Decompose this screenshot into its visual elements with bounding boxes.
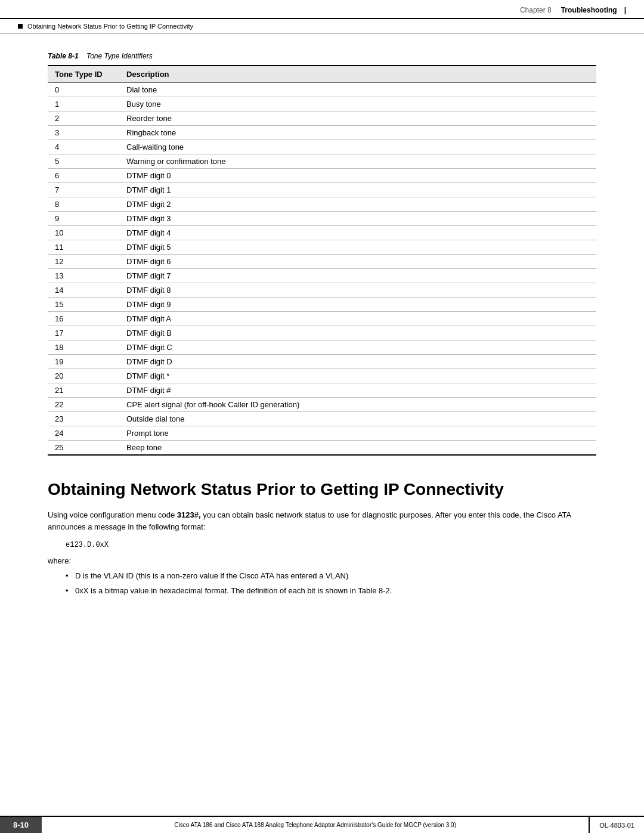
section-heading: Obtaining Network Status Prior to Gettin… [48, 479, 596, 500]
cell-tone-id: 2 [48, 112, 119, 126]
cell-description: DTMF digit 3 [119, 212, 596, 226]
table-row: 11DTMF digit 5 [48, 240, 596, 255]
cell-description: DTMF digit 7 [119, 269, 596, 283]
table-row: 8DTMF digit 2 [48, 197, 596, 212]
cell-description: DTMF digit B [119, 326, 596, 340]
table-row: 21DTMF digit # [48, 383, 596, 398]
cell-tone-id: 25 [48, 441, 119, 456]
cell-tone-id: 12 [48, 255, 119, 269]
where-label: where: [48, 556, 596, 565]
cell-description: DTMF digit 0 [119, 169, 596, 183]
col-header-desc: Description [119, 66, 596, 83]
table-header-row: Tone Type ID Description [48, 66, 596, 83]
cell-tone-id: 8 [48, 197, 119, 212]
table-row: 15DTMF digit 9 [48, 298, 596, 312]
table-row: 24Prompt tone [48, 426, 596, 441]
cell-tone-id: 20 [48, 369, 119, 383]
cell-tone-id: 1 [48, 97, 119, 112]
header-chapter-label: Chapter 8 [520, 6, 552, 14]
body-code-inline: 3123#, [177, 510, 201, 519]
main-content: Table 8-1 Tone Type Identifiers Tone Typ… [0, 34, 644, 619]
table-caption: Table 8-1 Tone Type Identifiers [48, 52, 596, 60]
cell-tone-id: 14 [48, 283, 119, 298]
table-row: 16DTMF digit A [48, 312, 596, 326]
table-row: 12DTMF digit 6 [48, 255, 596, 269]
table-row: 20DTMF digit * [48, 369, 596, 383]
code-block: e123.D.0xX [66, 541, 596, 549]
cell-tone-id: 18 [48, 340, 119, 355]
cell-description: DTMF digit 4 [119, 226, 596, 240]
table-row: 7DTMF digit 1 [48, 183, 596, 197]
table-row: 3Ringback tone [48, 126, 596, 140]
header-chapter-title: Troubleshooting [561, 6, 617, 14]
cell-tone-id: 0 [48, 83, 119, 97]
tone-type-table: Tone Type ID Description 0Dial tone1Busy… [48, 65, 596, 456]
table-caption-label: Table 8-1 [48, 52, 79, 60]
list-item: 0xX is a bitmap value in hexadecimal for… [66, 585, 596, 597]
footer-center-text: Cisco ATA 186 and Cisco ATA 188 Analog T… [42, 817, 589, 833]
cell-description: DTMF digit 2 [119, 197, 596, 212]
cell-tone-id: 23 [48, 412, 119, 426]
cell-description: DTMF digit C [119, 340, 596, 355]
table-body: 0Dial tone1Busy tone2Reorder tone3Ringba… [48, 83, 596, 456]
cell-tone-id: 5 [48, 154, 119, 169]
table-row: 5Warning or confirmation tone [48, 154, 596, 169]
cell-description: DTMF digit D [119, 355, 596, 369]
table-row: 13DTMF digit 7 [48, 269, 596, 283]
cell-description: Ringback tone [119, 126, 596, 140]
cell-tone-id: 16 [48, 312, 119, 326]
cell-tone-id: 6 [48, 169, 119, 183]
cell-tone-id: 22 [48, 398, 119, 412]
cell-description: DTMF digit 6 [119, 255, 596, 269]
cell-description: DTMF digit 1 [119, 183, 596, 197]
table-row: 19DTMF digit D [48, 355, 596, 369]
cell-description: Warning or confirmation tone [119, 154, 596, 169]
footer-doc-number: OL-4803-01 [589, 817, 644, 833]
breadcrumb-text: Obtaining Network Status Prior to Gettin… [27, 23, 193, 30]
cell-description: DTMF digit 9 [119, 298, 596, 312]
cell-tone-id: 24 [48, 426, 119, 441]
cell-description: DTMF digit 5 [119, 240, 596, 255]
cell-description: DTMF digit 8 [119, 283, 596, 298]
cell-description: Prompt tone [119, 426, 596, 441]
cell-tone-id: 15 [48, 298, 119, 312]
page-footer: 8-10 Cisco ATA 186 and Cisco ATA 188 Ana… [0, 816, 644, 833]
cell-description: Dial tone [119, 83, 596, 97]
cell-tone-id: 11 [48, 240, 119, 255]
table-row: 18DTMF digit C [48, 340, 596, 355]
table-row: 2Reorder tone [48, 112, 596, 126]
table-caption-title: Tone Type Identifiers [80, 52, 153, 60]
cell-description: Beep tone [119, 441, 596, 456]
list-item: D is the VLAN ID (this is a non-zero val… [66, 570, 596, 583]
cell-tone-id: 17 [48, 326, 119, 340]
header-right: Chapter 8 Troubleshooting | [520, 6, 626, 14]
table-row: 10DTMF digit 4 [48, 226, 596, 240]
header-right-bar: | [624, 6, 626, 14]
table-row: 0Dial tone [48, 83, 596, 97]
table-row: 17DTMF digit B [48, 326, 596, 340]
table-row: 22CPE alert signal (for off-hook Caller … [48, 398, 596, 412]
breadcrumb: Obtaining Network Status Prior to Gettin… [0, 19, 644, 34]
cell-description: DTMF digit # [119, 383, 596, 398]
cell-description: Outside dial tone [119, 412, 596, 426]
table-row: 1Busy tone [48, 97, 596, 112]
table-row: 4Call-waiting tone [48, 140, 596, 154]
cell-description: Reorder tone [119, 112, 596, 126]
cell-tone-id: 3 [48, 126, 119, 140]
table-row: 14DTMF digit 8 [48, 283, 596, 298]
footer-page-number: 8-10 [0, 817, 42, 833]
table-row: 25Beep tone [48, 441, 596, 456]
bullet-list: D is the VLAN ID (this is a non-zero val… [66, 570, 596, 597]
cell-tone-id: 19 [48, 355, 119, 369]
cell-tone-id: 13 [48, 269, 119, 283]
cell-description: DTMF digit A [119, 312, 596, 326]
table-row: 6DTMF digit 0 [48, 169, 596, 183]
page-header: Chapter 8 Troubleshooting | [0, 0, 644, 19]
table-row: 9DTMF digit 3 [48, 212, 596, 226]
breadcrumb-icon [18, 24, 23, 29]
cell-description: Busy tone [119, 97, 596, 112]
body-text-pre: Using voice configuration menu code [48, 510, 177, 519]
cell-description: Call-waiting tone [119, 140, 596, 154]
cell-description: CPE alert signal (for off-hook Caller ID… [119, 398, 596, 412]
table-row: 23Outside dial tone [48, 412, 596, 426]
